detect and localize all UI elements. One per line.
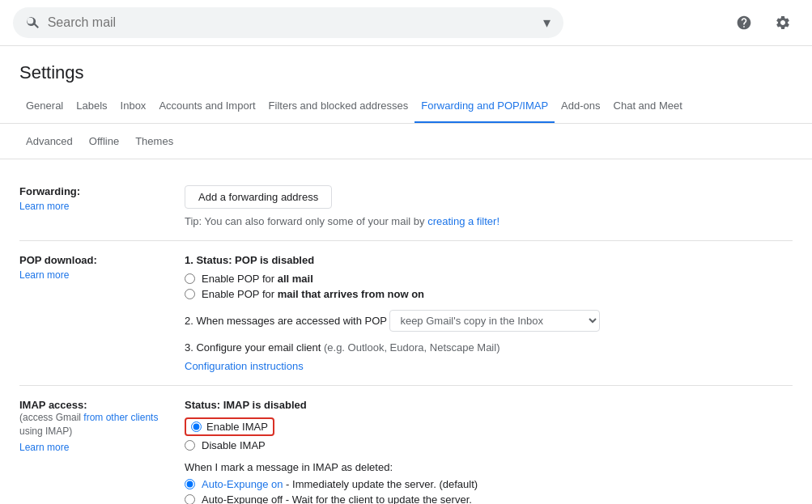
creating-filter-link[interactable]: creating a filter! xyxy=(427,215,500,227)
pop-title: POP download: xyxy=(19,254,165,266)
imap-auto-expunge-off-option: Auto-Expunge off - Wait for the client t… xyxy=(185,493,793,504)
imap-auto-on-text: Auto-Expunge on xyxy=(202,478,283,490)
search-icon xyxy=(26,15,41,31)
imap-disable-option: Disable IMAP xyxy=(185,439,793,451)
pop-now-prefix: Enable POP for xyxy=(202,288,278,300)
sub-nav: Advanced Offline Themes xyxy=(0,124,812,159)
sub-tab-advanced[interactable]: Advanced xyxy=(19,130,79,152)
tab-general[interactable]: General xyxy=(19,90,70,124)
nav-tabs: General Labels Inbox Accounts and Import… xyxy=(0,90,812,124)
imap-auto-on-radio[interactable] xyxy=(185,479,195,489)
imap-section: IMAP access: (access Gmail from other cl… xyxy=(19,386,793,504)
pop-label-col: POP download: Learn more xyxy=(19,254,165,372)
imap-auto-off-label: Auto-Expunge off - Wait for the client t… xyxy=(202,493,472,504)
pop-all-bold: all mail xyxy=(278,273,313,285)
imap-title: IMAP access: xyxy=(19,399,165,411)
pop-when-label: 2. When messages are accessed with POP xyxy=(185,315,387,327)
tab-filters[interactable]: Filters and blocked addresses xyxy=(262,90,415,124)
imap-learn-more[interactable]: Learn more xyxy=(19,442,69,453)
tab-accounts[interactable]: Accounts and Import xyxy=(152,90,261,124)
help-button[interactable] xyxy=(728,6,760,39)
imap-auto-off-radio[interactable] xyxy=(185,494,195,504)
imap-mark-deleted: When I mark a message in IMAP as deleted… xyxy=(185,461,793,473)
pop-configure-sub: (e.g. Outlook, Eudora, Netscape Mail) xyxy=(321,341,500,354)
imap-label-col: IMAP access: (access Gmail from other cl… xyxy=(19,399,165,504)
pop-section: POP download: Learn more 1. Status: POP … xyxy=(19,241,793,386)
tab-inbox[interactable]: Inbox xyxy=(114,90,153,124)
pop-learn-more[interactable]: Learn more xyxy=(19,269,69,281)
search-input[interactable] xyxy=(48,15,537,30)
forwarding-section: Forwarding: Learn more Add a forwarding … xyxy=(19,172,793,241)
pop-configure-label: 3. Configure your email client xyxy=(185,341,321,354)
header-actions xyxy=(728,6,799,39)
pop-all-prefix: Enable POP for xyxy=(202,273,278,285)
pop-body: 1. Status: POP is disabled Enable POP fo… xyxy=(185,254,793,372)
tip-text-prefix: Tip: You can also forward only some of y… xyxy=(185,215,425,227)
imap-auto-off-desc: - Wait for the client to update the serv… xyxy=(283,493,472,504)
imap-sub-text: (access Gmail from other clients using I… xyxy=(19,411,165,438)
tab-forwarding[interactable]: Forwarding and POP/IMAP xyxy=(415,90,555,124)
forwarding-label-col: Forwarding: Learn more xyxy=(19,185,165,227)
imap-enable-highlight: Enable IMAP xyxy=(185,417,274,436)
pop-configure: 3. Configure your email client (e.g. Out… xyxy=(185,341,793,354)
imap-sub-1: (access Gmail xyxy=(19,412,81,423)
tab-addons[interactable]: Add-ons xyxy=(555,90,606,124)
imap-auto-off-text: Auto-Expunge off xyxy=(202,493,283,504)
pop-option-now: Enable POP for mail that arrives from no… xyxy=(185,288,793,300)
header: ▾ xyxy=(0,0,812,46)
sub-tab-offline[interactable]: Offline xyxy=(83,130,125,152)
pop-now-bold: mail that arrives from now on xyxy=(278,288,424,300)
imap-auto-on-label: Auto-Expunge on - Immediately update the… xyxy=(202,478,478,490)
imap-enable-radio[interactable] xyxy=(191,421,202,432)
imap-sub-2: using IMAP) xyxy=(19,426,72,437)
settings-title: Settings xyxy=(0,46,812,90)
pop-option-all: Enable POP for all mail xyxy=(185,273,793,285)
imap-body: Status: IMAP is disabled Enable IMAP Dis… xyxy=(185,399,793,504)
configuration-instructions-link[interactable]: Configuration instructions xyxy=(185,360,304,372)
imap-status: Status: IMAP is disabled xyxy=(185,399,793,411)
forwarding-title: Forwarding: xyxy=(19,185,165,197)
imap-auto-on-desc: - Immediately update the server. (defaul… xyxy=(283,478,478,490)
pop-all-label: Enable POP for all mail xyxy=(202,273,313,285)
forwarding-tip: Tip: You can also forward only some of y… xyxy=(185,215,793,227)
tab-labels[interactable]: Labels xyxy=(70,90,113,124)
imap-auto-expunge-on-option: Auto-Expunge on - Immediately update the… xyxy=(185,478,793,490)
tab-chat[interactable]: Chat and Meet xyxy=(607,90,689,124)
pop-when-accessed: 2. When messages are accessed with POP k… xyxy=(185,310,793,332)
imap-enable-label: Enable IMAP xyxy=(206,421,268,433)
sub-tab-themes[interactable]: Themes xyxy=(129,130,180,152)
imap-from-other-link[interactable]: from other clients xyxy=(83,412,158,423)
search-dropdown-icon[interactable]: ▾ xyxy=(543,14,551,32)
pop-status: 1. Status: POP is disabled xyxy=(185,254,793,266)
forwarding-learn-more[interactable]: Learn more xyxy=(19,201,69,212)
imap-disable-radio[interactable] xyxy=(185,440,195,451)
forwarding-body: Add a forwarding address Tip: You can al… xyxy=(185,185,793,227)
pop-action-select[interactable]: keep Gmail's copy in the Inbox mark Gmai… xyxy=(389,310,600,332)
settings-button[interactable] xyxy=(767,6,799,39)
settings-content: Forwarding: Learn more Add a forwarding … xyxy=(0,159,812,504)
imap-enable-option: Enable IMAP xyxy=(185,417,793,436)
add-forwarding-button[interactable]: Add a forwarding address xyxy=(185,185,332,209)
pop-all-radio[interactable] xyxy=(185,273,195,284)
search-bar: ▾ xyxy=(13,7,563,38)
pop-now-label: Enable POP for mail that arrives from no… xyxy=(202,288,424,300)
imap-disable-label: Disable IMAP xyxy=(202,439,266,451)
pop-now-radio[interactable] xyxy=(185,289,195,299)
